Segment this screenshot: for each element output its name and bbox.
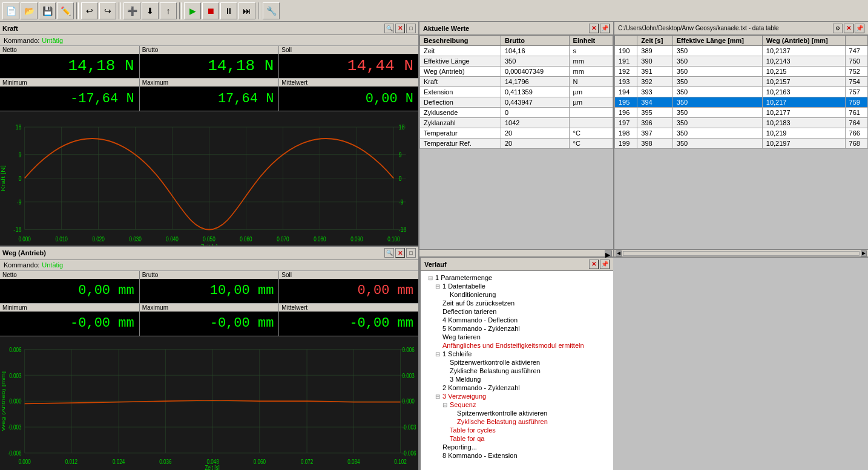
- file-row[interactable]: 19639535010,2177761: [615, 108, 868, 118]
- kraft-brutto-value: 14,18 N: [140, 54, 279, 78]
- weg-mittelwert-label: Mittelwert: [279, 304, 418, 312]
- file-close-button[interactable]: ✕: [844, 24, 853, 33]
- aktuelle-row[interactable]: Weg (Antrieb)0,000407349mm: [420, 67, 613, 77]
- verlauf-tree-item[interactable]: Weg tarieren: [423, 333, 611, 341]
- tree-item-label: 1 Datentabelle: [442, 282, 485, 290]
- aktuelle-row[interactable]: Extension0,411359µm: [420, 87, 613, 97]
- svg-text:-9: -9: [398, 198, 403, 206]
- verlauf-tree-item[interactable]: Zeit auf 0s zurücksetzen: [423, 299, 611, 307]
- kraft-max-cell: Maximum 17,64 N: [140, 79, 280, 111]
- weg-maximize-button[interactable]: □: [406, 248, 416, 258]
- pause-button[interactable]: ⏸: [220, 2, 237, 19]
- weg-brutto-cell: Brutto 10,00 mm: [140, 271, 280, 303]
- akt-einheit: N: [569, 77, 613, 87]
- verlauf-tree-item[interactable]: 4 Kommando - Deflection: [423, 316, 611, 324]
- kraft-maximize-button[interactable]: □: [406, 24, 416, 33]
- file-row[interactable]: 19939835010,2197768: [615, 139, 868, 149]
- akt-desc: Temperatur: [420, 128, 501, 139]
- up-button[interactable]: ↑: [160, 2, 177, 19]
- weg-measure-row2: Minimum -0,00 mm Maximum -0,00 mm Mittel…: [0, 304, 418, 336]
- aktuelle-row[interactable]: Zeit104,16s: [420, 46, 613, 56]
- file-panel-title: C:/Users/John/Desktop/Anw Geosys/kanaele…: [618, 25, 779, 31]
- file-weg: 10,2143: [762, 56, 845, 67]
- down-button[interactable]: ⬇: [142, 2, 159, 19]
- verlauf-tree-item[interactable]: 3 Meldung: [423, 375, 611, 384]
- file-zeit: 392: [637, 77, 672, 87]
- verlauf-close-button[interactable]: ✕: [589, 259, 599, 269]
- verlauf-tree-item[interactable]: 2 Kommando - Zyklenzahl: [423, 384, 611, 392]
- run-button[interactable]: ▶: [184, 2, 201, 19]
- aktuelle-row[interactable]: Deflection0,443947µm: [420, 97, 613, 108]
- verlauf-tree-item[interactable]: Table for qa: [423, 434, 611, 443]
- file-row[interactable]: 19739635010,2183764: [615, 118, 868, 128]
- add-button[interactable]: ➕: [123, 2, 140, 19]
- next-button[interactable]: ⏭: [238, 2, 255, 19]
- verlauf-tree-item[interactable]: Spitzenwertkontrolle aktivieren: [423, 409, 611, 417]
- verlauf-tree-item[interactable]: Zyklische Belastung ausführen: [423, 417, 611, 426]
- file-scroll-right[interactable]: ▶: [861, 250, 867, 256]
- verlauf-tree-item[interactable]: ⊟1 Datentabelle: [423, 282, 611, 290]
- file-pin-button[interactable]: 📌: [855, 24, 864, 33]
- kraft-close-button[interactable]: ✕: [395, 24, 405, 33]
- file-row[interactable]: 19439335010,2163757: [615, 87, 868, 97]
- aktuelle-row[interactable]: Zyklanzahl1042: [420, 118, 613, 128]
- edit-button[interactable]: ✏️: [57, 2, 74, 19]
- kraft-mittelwert-cell: Mittelwert 0,00 N: [279, 79, 418, 111]
- file-settings-icon[interactable]: ⚙: [833, 24, 843, 33]
- weg-brutto-label: Brutto: [140, 271, 279, 279]
- file-row[interactable]: 19339235010,2157754: [615, 77, 868, 87]
- file-extra: 750: [845, 56, 867, 67]
- settings-button[interactable]: 🔧: [263, 2, 280, 19]
- svg-text:0.084: 0.084: [347, 458, 360, 466]
- aktuelle-scrollbar-right[interactable]: ▶: [605, 250, 612, 256]
- file-row[interactable]: 19839735010,219766: [615, 128, 868, 139]
- save-button[interactable]: 💾: [39, 2, 56, 19]
- verlauf-tree-item[interactable]: Anfängliches und Endsteifigkeitsmodul er…: [423, 341, 611, 350]
- verlauf-tree-item[interactable]: Spitzenwertkontrolle aktivieren: [423, 358, 611, 367]
- verlauf-tree-item[interactable]: Konditionierung: [423, 290, 611, 299]
- kraft-brutto-cell: Brutto 14,18 N: [140, 46, 280, 78]
- verlauf-tree-item[interactable]: ⊟3 Verzweigung: [423, 392, 611, 400]
- svg-text:0.080: 0.080: [314, 236, 326, 243]
- aktuelle-row[interactable]: Zyklusende0: [420, 108, 613, 118]
- aktuelle-row[interactable]: Kraft14,1796N: [420, 77, 613, 87]
- verlauf-tree-item[interactable]: Reporting...: [423, 443, 611, 451]
- open-button[interactable]: 📂: [21, 2, 38, 19]
- svg-text:0.000: 0.000: [403, 397, 415, 405]
- aktuelle-row[interactable]: Temperatur20°C: [420, 128, 613, 139]
- aktuelle-pin-button[interactable]: 📌: [600, 24, 610, 33]
- verlauf-tree-item[interactable]: Table for cycles: [423, 426, 611, 434]
- undo-button[interactable]: ↩: [81, 2, 98, 19]
- aktuelle-row[interactable]: Temperatur Ref.20°C: [420, 139, 613, 149]
- weg-close-button[interactable]: ✕: [395, 248, 405, 258]
- verlauf-tree-item[interactable]: ⊟1 Parametermenge: [423, 273, 611, 282]
- new-button[interactable]: 📄: [2, 2, 19, 19]
- file-zeit: 395: [637, 108, 672, 118]
- file-row[interactable]: 19539435010,217759: [615, 97, 868, 108]
- aktuelle-close-button[interactable]: ✕: [589, 24, 599, 33]
- file-row[interactable]: 19239135010,215752: [615, 67, 868, 77]
- verlauf-tree-item[interactable]: ⊟Sequenz: [423, 400, 611, 409]
- file-row[interactable]: 19139035010,2143750: [615, 56, 868, 67]
- verlauf-tree-item[interactable]: ⊟1 Schleife: [423, 350, 611, 358]
- weg-chart: 0.006 0.003 0.000 -0.003 -0.006 0.006 0.…: [0, 336, 418, 471]
- verlauf-tree-item[interactable]: 5 Kommando - Zyklenzahl: [423, 324, 611, 333]
- svg-text:Zeit [s]: Zeit [s]: [201, 243, 217, 246]
- file-scroll-left[interactable]: ◀: [616, 250, 622, 256]
- verlauf-tree-item[interactable]: Zyklische Belastung ausführen: [423, 367, 611, 375]
- akt-einheit: mm: [569, 67, 613, 77]
- weg-measure-row1: Netto 0,00 mm Brutto 10,00 mm Soll 0,00 …: [0, 271, 418, 304]
- weg-search-icon[interactable]: 🔍: [384, 248, 394, 258]
- file-idx: 191: [615, 56, 637, 67]
- akt-einheit: s: [569, 46, 613, 56]
- verlauf-pin-button[interactable]: 📌: [600, 259, 610, 269]
- sep1: [76, 2, 79, 19]
- aktuelle-row[interactable]: Effektive Länge350mm: [420, 56, 613, 67]
- file-row[interactable]: 19038935010,2137747: [615, 46, 868, 56]
- verlauf-tree-item[interactable]: 8 Kommando - Extension: [423, 451, 611, 460]
- verlauf-tree-item[interactable]: Deflection tarieren: [423, 307, 611, 316]
- stop-button[interactable]: ⏹: [202, 2, 219, 19]
- col-brutto: Brutto: [501, 36, 569, 46]
- redo-button[interactable]: ↪: [99, 2, 116, 19]
- kraft-search-icon[interactable]: 🔍: [384, 24, 394, 33]
